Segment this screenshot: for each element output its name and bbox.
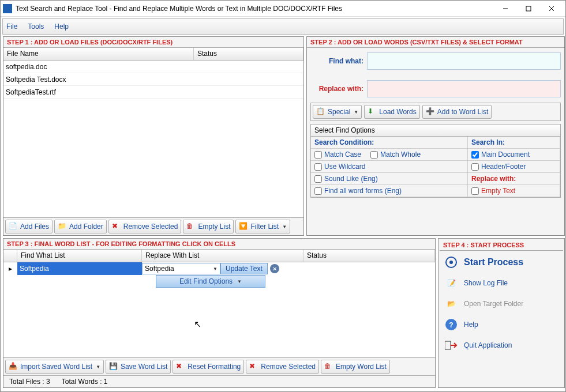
close-button[interactable]: [540, 2, 563, 16]
col-filename[interactable]: File Name: [3, 48, 194, 60]
main-document-checkbox[interactable]: Main Document: [471, 150, 530, 159]
wordlist-header: Find What List Replace With List Status: [3, 250, 435, 262]
step2-panel: STEP 2 : ADD OR LOAD WORDS (CSV/TXT FILE…: [306, 36, 565, 236]
quit-application-button[interactable]: Quit Application: [441, 336, 562, 355]
empty-icon: 🗑: [324, 362, 333, 371]
svg-text:?: ?: [449, 321, 453, 329]
col-status-3[interactable]: Status: [303, 250, 435, 262]
remove-icon: ✖: [249, 362, 258, 371]
find-options-panel: Select Find Options Search Condition: Se…: [310, 124, 561, 198]
step3-header: STEP 3 : FINAL WORD LIST - FOR EDITING F…: [3, 239, 435, 250]
step4-panel: STEP 4 : START PROCESS Start Process 📝 S…: [438, 238, 565, 388]
step1-table-header: File Name Status: [3, 48, 303, 61]
table-row[interactable]: SoftpediaTest.rtf: [3, 86, 303, 99]
add-file-icon: 📄: [9, 222, 18, 231]
filter-list-button[interactable]: 🔽Filter List▼: [235, 220, 290, 233]
find-what-input[interactable]: [367, 52, 561, 70]
total-words-label: Total Words : 1: [62, 378, 108, 386]
log-icon: 📝: [443, 276, 459, 290]
reset-icon: ✖: [176, 362, 185, 371]
step2-toolbar: 📋Special▼ ⬇Load Words ➕Add to Word List: [310, 103, 561, 121]
menubar: File Tools Help: [2, 18, 564, 35]
header-footer-checkbox[interactable]: Header/Footer: [471, 163, 526, 171]
replace-with-header: Replace with:: [468, 173, 560, 185]
folder-icon: 📁: [58, 222, 67, 231]
match-case-checkbox[interactable]: Match Case: [314, 150, 361, 159]
wordlist-row[interactable]: ▸ Softpedia Softpedia▼ Update Text ✕: [3, 262, 435, 275]
step4-header: STEP 4 : START PROCESS: [440, 240, 563, 251]
add-folder-button[interactable]: 📁Add Folder: [54, 220, 107, 233]
menu-help[interactable]: Help: [54, 22, 69, 31]
file-list[interactable]: softpedia.doc Softpedia Test.docx Softpe…: [3, 61, 303, 217]
add-icon: ➕: [426, 107, 435, 116]
empty-text-checkbox[interactable]: Empty Text: [471, 187, 515, 195]
filter-icon: 🔽: [239, 222, 248, 231]
window-title: Text Search and Replace Tool - Find and …: [16, 5, 494, 13]
statusbar: Total Files : 3 Total Words : 1: [3, 375, 435, 387]
open-target-folder-button[interactable]: 📂 Open Target Folder: [441, 295, 562, 313]
reset-formatting-button[interactable]: ✖Reset Formatting: [173, 360, 244, 374]
maximize-button[interactable]: [517, 2, 540, 16]
import-icon: 📥: [9, 362, 18, 371]
table-row[interactable]: softpedia.doc: [3, 61, 303, 73]
search-condition-header: Search Condition:: [311, 137, 468, 149]
menu-tools[interactable]: Tools: [28, 22, 44, 31]
chevron-down-icon: ▼: [96, 364, 100, 370]
col-status[interactable]: Status: [194, 48, 303, 60]
chevron-down-icon[interactable]: ▼: [213, 266, 218, 272]
start-process-button[interactable]: Start Process: [441, 253, 562, 272]
step2-header: STEP 2 : ADD OR LOAD WORDS (CSV/TXT FILE…: [307, 37, 564, 48]
table-row[interactable]: Softpedia Test.docx: [3, 73, 303, 86]
row-indicator-icon: ▸: [3, 265, 17, 273]
empty-list-button[interactable]: 🗑Empty List: [183, 220, 234, 233]
remove-icon: ✖: [112, 222, 121, 231]
step3-panel: STEP 3 : FINAL WORD LIST - FOR EDITING F…: [3, 238, 436, 388]
add-to-word-list-button[interactable]: ➕Add to Word List: [422, 105, 492, 119]
match-whole-checkbox[interactable]: Match Whole: [370, 150, 421, 159]
minimize-button[interactable]: [494, 2, 517, 16]
search-in-header: Search In:: [468, 137, 560, 149]
step1-toolbar: 📄Add Files 📁Add Folder ✖Remove Selected …: [3, 217, 303, 235]
show-log-file-button[interactable]: 📝 Show Log File: [441, 274, 562, 292]
chevron-down-icon: ▼: [354, 110, 358, 115]
app-icon: [3, 4, 12, 13]
svg-rect-8: [445, 341, 451, 349]
replace-with-label: Replace with:: [310, 85, 363, 93]
find-all-forms-checkbox[interactable]: Find all word forms (Eng): [314, 187, 402, 195]
edit-find-options-button[interactable]: Edit Find Options▼: [156, 275, 265, 288]
chevron-down-icon: ▼: [237, 279, 242, 284]
remove-selected-button[interactable]: ✖Remove Selected: [108, 220, 182, 233]
remove-selected-word-button[interactable]: ✖Remove Selected: [246, 360, 319, 374]
titlebar: Text Search and Replace Tool - Find and …: [1, 1, 565, 17]
menu-file[interactable]: File: [6, 22, 17, 31]
download-icon: ⬇: [368, 107, 377, 116]
find-what-label: Find what:: [310, 57, 363, 65]
find-options-title: Select Find Options: [311, 125, 560, 137]
special-button[interactable]: 📋Special▼: [313, 105, 362, 119]
find-what-cell[interactable]: Softpedia: [17, 262, 142, 275]
cursor-icon: ↖: [194, 319, 201, 330]
svg-rect-1: [526, 6, 531, 11]
svg-point-5: [449, 261, 453, 264]
add-files-button[interactable]: 📄Add Files: [5, 220, 53, 233]
chevron-down-icon: ▼: [282, 224, 287, 229]
col-replace-with[interactable]: Replace With List: [142, 250, 303, 262]
step3-toolbar: 📥Import Saved Word List▼ 💾Save Word List…: [3, 357, 435, 375]
step1-header: STEP 1 : ADD OR LOAD FILES (DOC/DOCX/RTF…: [3, 37, 303, 48]
save-icon: 💾: [109, 362, 118, 371]
col-find-what[interactable]: Find What List: [17, 250, 142, 262]
folder-open-icon: 📂: [443, 297, 459, 311]
empty-word-list-button[interactable]: 🗑Empty Word List: [321, 360, 390, 374]
sound-like-checkbox[interactable]: Sound Like (Eng): [314, 175, 378, 183]
replace-with-input[interactable]: [367, 80, 561, 97]
step1-panel: STEP 1 : ADD OR LOAD FILES (DOC/DOCX/RTF…: [3, 36, 304, 236]
load-words-button[interactable]: ⬇Load Words: [364, 105, 419, 119]
use-wildcard-checkbox[interactable]: Use Wildcard: [314, 163, 365, 171]
clear-icon[interactable]: ✕: [270, 264, 279, 273]
import-word-list-button[interactable]: 📥Import Saved Word List▼: [5, 360, 104, 374]
replace-with-cell[interactable]: Softpedia▼: [142, 263, 220, 274]
save-word-list-button[interactable]: 💾Save Word List: [106, 360, 171, 374]
help-button[interactable]: ? Help: [441, 315, 562, 334]
total-files-label: Total Files : 3: [9, 378, 50, 386]
update-text-button[interactable]: Update Text: [220, 263, 268, 274]
